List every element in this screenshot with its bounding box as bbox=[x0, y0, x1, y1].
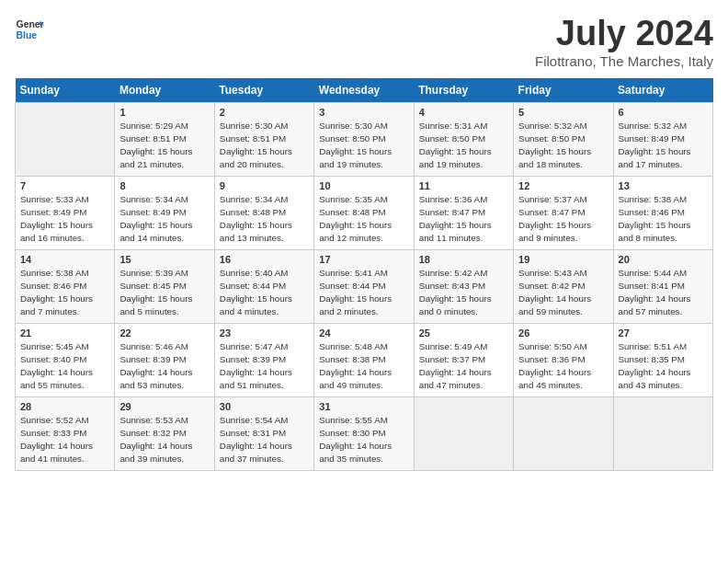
calendar-week-row: 1Sunrise: 5:29 AM Sunset: 8:51 PM Daylig… bbox=[16, 102, 713, 176]
calendar-cell: 2Sunrise: 5:30 AM Sunset: 8:51 PM Daylig… bbox=[214, 102, 313, 176]
day-number: 24 bbox=[319, 327, 408, 339]
day-info: Sunrise: 5:30 AM Sunset: 8:51 PM Dayligh… bbox=[220, 120, 309, 172]
day-info: Sunrise: 5:33 AM Sunset: 8:49 PM Dayligh… bbox=[20, 193, 109, 246]
calendar-week-row: 28Sunrise: 5:52 AM Sunset: 8:33 PM Dayli… bbox=[16, 396, 713, 470]
day-info: Sunrise: 5:53 AM Sunset: 8:32 PM Dayligh… bbox=[119, 414, 209, 466]
calendar-cell: 8Sunrise: 5:34 AM Sunset: 8:49 PM Daylig… bbox=[115, 176, 214, 249]
day-number: 29 bbox=[119, 401, 209, 412]
day-info: Sunrise: 5:46 AM Sunset: 8:39 PM Dayligh… bbox=[119, 340, 209, 393]
calendar-header-day: Monday bbox=[115, 78, 214, 103]
calendar-cell: 14Sunrise: 5:38 AM Sunset: 8:46 PM Dayli… bbox=[16, 249, 115, 323]
day-number: 18 bbox=[419, 254, 508, 265]
day-number: 2 bbox=[220, 107, 309, 118]
calendar-cell: 16Sunrise: 5:40 AM Sunset: 8:44 PM Dayli… bbox=[214, 249, 313, 323]
calendar-week-row: 7Sunrise: 5:33 AM Sunset: 8:49 PM Daylig… bbox=[16, 176, 713, 249]
day-number: 6 bbox=[619, 107, 708, 118]
day-info: Sunrise: 5:51 AM Sunset: 8:35 PM Dayligh… bbox=[619, 340, 708, 393]
day-number: 28 bbox=[20, 401, 109, 412]
day-number: 17 bbox=[319, 254, 408, 265]
page-header: General Blue July 2024 Filottrano, The M… bbox=[15, 15, 713, 69]
calendar-cell: 18Sunrise: 5:42 AM Sunset: 8:43 PM Dayli… bbox=[414, 249, 513, 323]
day-number: 4 bbox=[419, 107, 508, 118]
day-info: Sunrise: 5:31 AM Sunset: 8:50 PM Dayligh… bbox=[419, 120, 508, 172]
calendar-cell: 21Sunrise: 5:45 AM Sunset: 8:40 PM Dayli… bbox=[16, 323, 115, 396]
day-number: 19 bbox=[518, 254, 608, 265]
day-info: Sunrise: 5:47 AM Sunset: 8:39 PM Dayligh… bbox=[220, 340, 309, 393]
calendar-cell: 28Sunrise: 5:52 AM Sunset: 8:33 PM Dayli… bbox=[16, 396, 115, 470]
day-number: 22 bbox=[119, 327, 209, 339]
calendar-cell: 15Sunrise: 5:39 AM Sunset: 8:45 PM Dayli… bbox=[115, 249, 214, 323]
day-info: Sunrise: 5:37 AM Sunset: 8:47 PM Dayligh… bbox=[518, 193, 608, 246]
day-info: Sunrise: 5:50 AM Sunset: 8:36 PM Dayligh… bbox=[518, 340, 608, 393]
day-number: 1 bbox=[119, 107, 209, 118]
calendar-cell: 5Sunrise: 5:32 AM Sunset: 8:50 PM Daylig… bbox=[514, 102, 613, 176]
day-number: 14 bbox=[20, 254, 109, 265]
day-number: 21 bbox=[20, 327, 109, 339]
month-title: July 2024 bbox=[535, 15, 713, 53]
calendar-header-day: Thursday bbox=[414, 78, 513, 103]
day-number: 27 bbox=[619, 327, 708, 339]
calendar-cell: 31Sunrise: 5:55 AM Sunset: 8:30 PM Dayli… bbox=[314, 396, 414, 470]
day-number: 16 bbox=[220, 254, 309, 265]
day-info: Sunrise: 5:38 AM Sunset: 8:46 PM Dayligh… bbox=[619, 193, 708, 246]
calendar-cell: 24Sunrise: 5:48 AM Sunset: 8:38 PM Dayli… bbox=[314, 323, 414, 396]
calendar-cell: 3Sunrise: 5:30 AM Sunset: 8:50 PM Daylig… bbox=[314, 102, 414, 176]
calendar-header-row: SundayMondayTuesdayWednesdayThursdayFrid… bbox=[16, 78, 713, 103]
day-info: Sunrise: 5:32 AM Sunset: 8:50 PM Dayligh… bbox=[518, 120, 608, 172]
day-info: Sunrise: 5:43 AM Sunset: 8:42 PM Dayligh… bbox=[518, 267, 608, 319]
day-info: Sunrise: 5:36 AM Sunset: 8:47 PM Dayligh… bbox=[419, 193, 508, 246]
calendar-cell: 9Sunrise: 5:34 AM Sunset: 8:48 PM Daylig… bbox=[214, 176, 313, 249]
day-number: 8 bbox=[119, 180, 209, 191]
title-area: July 2024 Filottrano, The Marches, Italy bbox=[535, 15, 713, 69]
calendar-header-day: Sunday bbox=[16, 78, 115, 103]
calendar-table: SundayMondayTuesdayWednesdayThursdayFrid… bbox=[15, 78, 713, 471]
calendar-cell: 12Sunrise: 5:37 AM Sunset: 8:47 PM Dayli… bbox=[514, 176, 613, 249]
calendar-cell: 13Sunrise: 5:38 AM Sunset: 8:46 PM Dayli… bbox=[613, 176, 712, 249]
location-title: Filottrano, The Marches, Italy bbox=[535, 53, 713, 69]
calendar-cell: 19Sunrise: 5:43 AM Sunset: 8:42 PM Dayli… bbox=[514, 249, 613, 323]
calendar-cell: 7Sunrise: 5:33 AM Sunset: 8:49 PM Daylig… bbox=[16, 176, 115, 249]
day-number: 31 bbox=[319, 401, 408, 412]
day-info: Sunrise: 5:39 AM Sunset: 8:45 PM Dayligh… bbox=[119, 267, 209, 319]
calendar-cell: 30Sunrise: 5:54 AM Sunset: 8:31 PM Dayli… bbox=[214, 396, 313, 470]
day-number: 9 bbox=[220, 180, 309, 191]
day-info: Sunrise: 5:29 AM Sunset: 8:51 PM Dayligh… bbox=[119, 120, 209, 172]
day-info: Sunrise: 5:42 AM Sunset: 8:43 PM Dayligh… bbox=[419, 267, 508, 319]
day-info: Sunrise: 5:30 AM Sunset: 8:50 PM Dayligh… bbox=[319, 120, 408, 172]
day-info: Sunrise: 5:49 AM Sunset: 8:37 PM Dayligh… bbox=[419, 340, 508, 393]
day-number: 25 bbox=[419, 327, 508, 339]
calendar-cell: 26Sunrise: 5:50 AM Sunset: 8:36 PM Dayli… bbox=[514, 323, 613, 396]
calendar-cell: 25Sunrise: 5:49 AM Sunset: 8:37 PM Dayli… bbox=[414, 323, 513, 396]
calendar-header-day: Wednesday bbox=[314, 78, 414, 103]
day-info: Sunrise: 5:35 AM Sunset: 8:48 PM Dayligh… bbox=[319, 193, 408, 246]
calendar-cell: 20Sunrise: 5:44 AM Sunset: 8:41 PM Dayli… bbox=[613, 249, 712, 323]
day-number: 12 bbox=[518, 180, 608, 191]
calendar-cell: 1Sunrise: 5:29 AM Sunset: 8:51 PM Daylig… bbox=[115, 102, 214, 176]
day-info: Sunrise: 5:34 AM Sunset: 8:49 PM Dayligh… bbox=[119, 193, 209, 246]
logo-icon: General Blue bbox=[15, 15, 44, 44]
day-number: 23 bbox=[220, 327, 309, 339]
day-info: Sunrise: 5:55 AM Sunset: 8:30 PM Dayligh… bbox=[319, 414, 408, 466]
day-number: 3 bbox=[319, 107, 408, 118]
day-info: Sunrise: 5:41 AM Sunset: 8:44 PM Dayligh… bbox=[319, 267, 408, 319]
calendar-cell: 23Sunrise: 5:47 AM Sunset: 8:39 PM Dayli… bbox=[214, 323, 313, 396]
calendar-cell: 10Sunrise: 5:35 AM Sunset: 8:48 PM Dayli… bbox=[314, 176, 414, 249]
day-info: Sunrise: 5:40 AM Sunset: 8:44 PM Dayligh… bbox=[220, 267, 309, 319]
logo: General Blue bbox=[15, 15, 44, 44]
calendar-cell: 6Sunrise: 5:32 AM Sunset: 8:49 PM Daylig… bbox=[613, 102, 712, 176]
calendar-header-day: Saturday bbox=[613, 78, 712, 103]
day-number: 7 bbox=[20, 180, 109, 191]
calendar-cell bbox=[514, 396, 613, 470]
day-info: Sunrise: 5:45 AM Sunset: 8:40 PM Dayligh… bbox=[20, 340, 109, 393]
calendar-cell: 27Sunrise: 5:51 AM Sunset: 8:35 PM Dayli… bbox=[613, 323, 712, 396]
day-info: Sunrise: 5:32 AM Sunset: 8:49 PM Dayligh… bbox=[619, 120, 708, 172]
calendar-header-day: Tuesday bbox=[214, 78, 313, 103]
calendar-cell: 29Sunrise: 5:53 AM Sunset: 8:32 PM Dayli… bbox=[115, 396, 214, 470]
day-number: 10 bbox=[319, 180, 408, 191]
day-info: Sunrise: 5:48 AM Sunset: 8:38 PM Dayligh… bbox=[319, 340, 408, 393]
day-number: 5 bbox=[518, 107, 608, 118]
day-info: Sunrise: 5:38 AM Sunset: 8:46 PM Dayligh… bbox=[20, 267, 109, 319]
calendar-week-row: 21Sunrise: 5:45 AM Sunset: 8:40 PM Dayli… bbox=[16, 323, 713, 396]
calendar-cell: 17Sunrise: 5:41 AM Sunset: 8:44 PM Dayli… bbox=[314, 249, 414, 323]
day-number: 26 bbox=[518, 327, 608, 339]
